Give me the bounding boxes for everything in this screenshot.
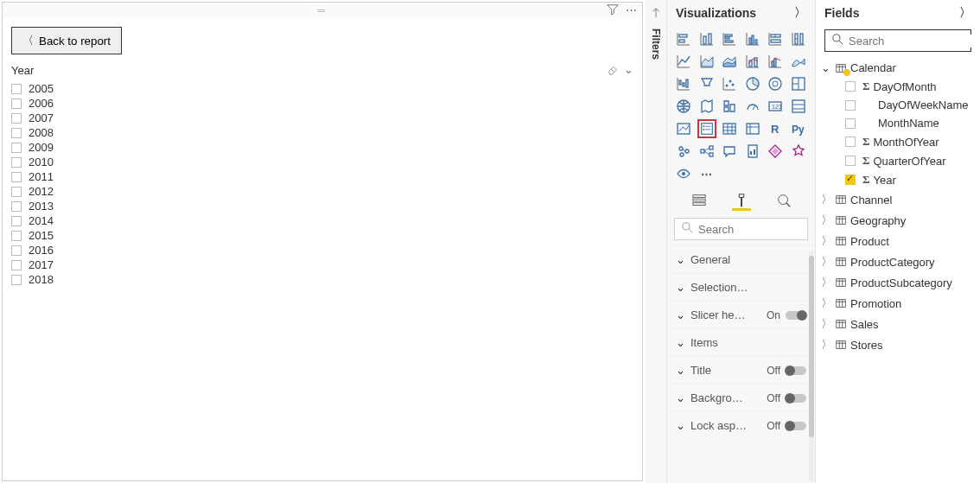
viz-clustered-column-icon[interactable] xyxy=(743,29,762,48)
table-geography[interactable]: 〉Geography xyxy=(821,210,975,231)
toggle-switch-icon[interactable] xyxy=(786,366,806,375)
viz-line-icon[interactable] xyxy=(674,52,693,71)
viz-kpi-icon[interactable] xyxy=(674,119,693,138)
format-background[interactable]: ⌄Backgro…Off xyxy=(667,384,815,411)
viz-slicer-icon[interactable] xyxy=(697,119,716,138)
viz-stacked-column-icon[interactable] xyxy=(697,29,716,48)
back-to-report-button[interactable]: 〈 Back to report xyxy=(11,27,122,54)
toggle-switch-icon[interactable] xyxy=(786,311,806,320)
checkbox-icon[interactable] xyxy=(11,201,22,212)
viz-gauge-icon[interactable] xyxy=(743,97,762,116)
checkbox-icon[interactable] xyxy=(11,99,22,109)
viz-scrollbar[interactable] xyxy=(809,251,814,481)
more-options-icon[interactable]: ⋯ xyxy=(626,3,637,18)
viz-filled-map-icon[interactable] xyxy=(697,97,716,116)
toggle[interactable]: Off xyxy=(767,420,806,432)
viz-stacked-area-icon[interactable] xyxy=(720,52,739,71)
checkbox-icon[interactable] xyxy=(11,172,22,182)
viz-table-icon[interactable] xyxy=(720,119,739,138)
format-lock-aspect[interactable]: ⌄Lock asp…Off xyxy=(667,411,815,439)
checkbox-icon[interactable] xyxy=(11,113,22,124)
viz-line-clustered-column-icon[interactable] xyxy=(766,52,785,71)
viz-shape-map-icon[interactable] xyxy=(720,97,739,116)
viz-funnel-icon[interactable] xyxy=(697,74,716,93)
format-selection-controls[interactable]: ⌄Selection controls xyxy=(667,273,815,301)
viz-stacked-bar-100-icon[interactable] xyxy=(766,29,785,48)
slicer-item[interactable]: 2011 xyxy=(11,169,633,184)
table-productsubcategory[interactable]: 〉ProductSubcategory xyxy=(821,272,975,293)
format-general[interactable]: ⌄General xyxy=(667,245,815,273)
toggle-switch-icon[interactable] xyxy=(786,394,806,403)
slicer-item[interactable]: 2016 xyxy=(11,243,633,257)
slicer-item[interactable]: 2007 xyxy=(11,111,633,125)
more-visuals-icon[interactable]: ⋯ xyxy=(697,164,716,183)
table-product[interactable]: 〉Product xyxy=(821,231,975,251)
viz-line-stacked-column-icon[interactable] xyxy=(743,52,762,71)
checkbox-icon[interactable] xyxy=(845,156,856,166)
field-monthofyear[interactable]: ΣMonthOfYear xyxy=(821,132,975,151)
field-quarterofyear[interactable]: ΣQuarterOfYear xyxy=(821,151,975,170)
viz-arcgis-icon[interactable] xyxy=(674,164,693,183)
checkbox-icon[interactable] xyxy=(11,128,22,138)
slicer-item[interactable]: 2015 xyxy=(11,228,633,243)
checkbox-icon[interactable] xyxy=(11,187,22,197)
viz-card-icon[interactable]: 123 xyxy=(766,97,785,116)
checkbox-icon[interactable] xyxy=(11,84,22,94)
format-title[interactable]: ⌄TitleOff xyxy=(667,356,815,384)
viz-clustered-bar-icon[interactable] xyxy=(720,29,739,48)
checkbox-icon[interactable] xyxy=(845,81,856,92)
viz-map-icon[interactable] xyxy=(674,97,693,116)
field-monthname[interactable]: MonthName xyxy=(821,114,975,132)
fields-search[interactable] xyxy=(824,29,971,52)
viz-python-visual-icon[interactable]: Py xyxy=(789,119,808,138)
viz-decomposition-tree-icon[interactable] xyxy=(697,142,716,161)
viz-donut-icon[interactable] xyxy=(766,74,785,93)
format-tab[interactable] xyxy=(732,192,751,211)
checkbox-icon[interactable] xyxy=(11,275,22,285)
checkbox-icon[interactable] xyxy=(11,245,22,256)
checkbox-icon[interactable] xyxy=(11,157,22,168)
slicer-item[interactable]: 2009 xyxy=(11,140,633,155)
filter-icon[interactable] xyxy=(607,3,619,18)
expand-pane-icon[interactable] xyxy=(650,7,662,22)
table-channel[interactable]: 〉Channel xyxy=(821,189,975,210)
table-calendar[interactable]: ⌄Calendar xyxy=(821,59,975,77)
viz-area-icon[interactable] xyxy=(697,52,716,71)
viz-custom-visual-icon[interactable] xyxy=(789,142,808,161)
viz-stacked-bar-icon[interactable] xyxy=(674,29,693,48)
viz-multi-row-card-icon[interactable] xyxy=(789,97,808,116)
checkbox-icon[interactable] xyxy=(11,216,22,226)
format-items[interactable]: ⌄Items xyxy=(667,328,815,356)
slicer-item[interactable]: 2014 xyxy=(11,213,633,228)
field-dayofweekname[interactable]: DayOfWeekName xyxy=(821,96,975,114)
slicer-item[interactable]: 2012 xyxy=(11,184,633,199)
checkbox-icon[interactable] xyxy=(845,118,856,129)
viz-ribbon-icon[interactable] xyxy=(789,52,808,71)
slicer-item[interactable]: 2017 xyxy=(11,257,633,272)
viz-waterfall-icon[interactable] xyxy=(674,74,693,93)
toggle-switch-icon[interactable] xyxy=(786,422,806,430)
checkbox-icon[interactable] xyxy=(845,100,856,111)
filters-pane-collapsed[interactable]: Filters xyxy=(645,0,667,483)
checkbox-icon[interactable] xyxy=(11,260,22,270)
fields-search-input[interactable] xyxy=(849,35,980,48)
toggle[interactable]: Off xyxy=(767,392,806,404)
viz-key-influencers-icon[interactable] xyxy=(674,142,693,161)
fields-tab[interactable] xyxy=(690,192,709,211)
field-year[interactable]: ΣYear xyxy=(821,170,975,189)
format-search[interactable] xyxy=(674,218,808,240)
field-dayofmonth[interactable]: ΣDayOfMonth xyxy=(821,77,975,96)
slicer-item[interactable]: 2006 xyxy=(11,96,633,111)
table-productcategory[interactable]: 〉ProductCategory xyxy=(821,251,975,272)
slicer-item[interactable]: 2018 xyxy=(11,272,633,287)
viz-matrix-icon[interactable] xyxy=(743,119,762,138)
checkbox-icon[interactable] xyxy=(845,175,856,185)
eraser-icon[interactable] xyxy=(607,63,619,78)
table-stores[interactable]: 〉Stores xyxy=(821,334,975,355)
collapse-pane-icon[interactable]: 〉 xyxy=(794,5,806,21)
viz-powerapps-icon[interactable] xyxy=(766,142,785,161)
checkbox-icon[interactable] xyxy=(845,137,856,147)
slicer-item[interactable]: 2005 xyxy=(11,81,633,96)
viz-pie-icon[interactable] xyxy=(743,74,762,93)
viz-stacked-column-100-icon[interactable] xyxy=(789,29,808,48)
